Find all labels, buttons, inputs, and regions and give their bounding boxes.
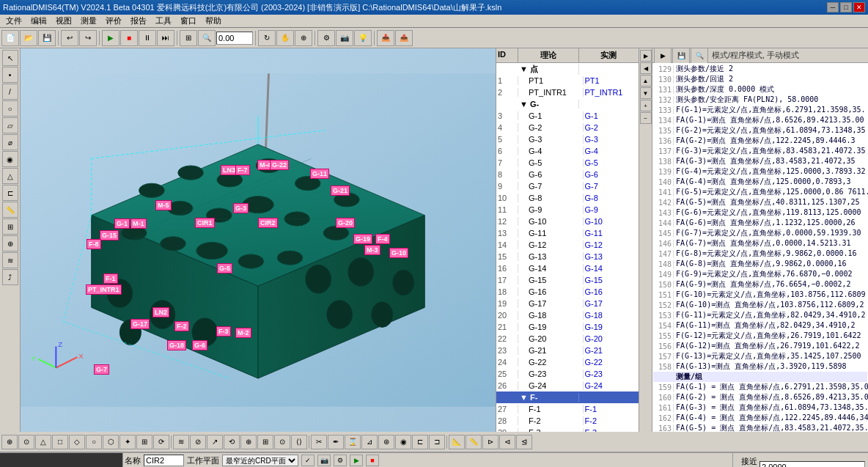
label-g21[interactable]: G-21 [331,185,350,196]
label-f7[interactable]: F-7 [235,165,250,175]
label-g7[interactable]: G-7 [94,364,109,375]
tree-item-f2[interactable]: 28 F-2 F-2 [496,415,639,427]
tb2-btn6[interactable]: ○ [86,435,102,449]
zoom-fit[interactable]: ⊞ [180,30,197,46]
tb2-btn25[interactable]: ⊏ [412,435,428,449]
tree-item-g14[interactable]: 16 G-14 G-14 [496,262,639,274]
tree-item-pt1[interactable]: 1 PT1 PT1 [496,75,639,87]
label-g22[interactable]: G-22 [270,160,289,170]
label-g1[interactable]: G-1 [114,218,130,229]
maximize-button[interactable]: □ [840,2,852,12]
undo-button[interactable]: ↩ [61,30,78,46]
tree-group-f[interactable]: ▼ F- [496,391,639,403]
label-m5[interactable]: M-5 [155,200,172,210]
tree-item-g12[interactable]: 14 G-12 G-12 [496,239,639,251]
tb2-btn24[interactable]: ◉ [395,435,411,449]
tb2-btn4[interactable]: □ [52,435,68,449]
tb2-btn2[interactable]: ⊙ [18,435,34,449]
tree-item-g11[interactable]: 13 G-11 G-11 [496,227,639,239]
tb2-btn20[interactable]: ✒ [328,435,344,449]
menu-edit[interactable]: 编辑 [26,15,51,27]
code-save[interactable]: 💾 [672,48,690,64]
pan-button[interactable]: ✋ [276,30,294,46]
tb2-btn7[interactable]: ⬡ [103,435,119,449]
tb2-btn18[interactable]: ⟨⟩ [291,435,307,449]
approach-dist-input[interactable] [760,461,865,467]
zoom-in[interactable]: 🔍 [198,30,216,46]
tb2-btn11[interactable]: ≋ [173,435,189,449]
tree-item-g23[interactable]: 25 G-23 G-23 [496,368,639,380]
tree-item-g16[interactable]: 18 G-16 G-16 [496,286,639,298]
tb2-btn29[interactable]: ⊳ [482,435,499,449]
tree-item-g22[interactable]: 24 G-22 G-22 [496,356,639,368]
tb2-btn9[interactable]: ⊞ [136,435,152,449]
tb2-btn13[interactable]: ↗ [207,435,223,449]
menu-report[interactable]: 报告 [126,15,151,27]
new-button[interactable]: 📄 [1,30,19,46]
code-search[interactable]: 🔍 [691,48,708,64]
tb2-btn22[interactable]: ⊿ [361,435,378,449]
stop-icon-btn[interactable]: ■ [366,455,379,466]
import-button[interactable]: 📥 [377,30,394,46]
save-button[interactable]: 💾 [38,30,56,46]
measure-tool[interactable]: 📏 [2,202,18,218]
circle-tool[interactable]: ○ [2,100,18,117]
open-button[interactable]: 📂 [20,30,37,46]
camera-button[interactable]: 📷 [336,30,353,46]
camera-icon-btn[interactable]: 📷 [317,455,331,466]
tree-item-g7[interactable]: 9 G-7 G-7 [496,180,639,192]
tree-item-g1[interactable]: 3 G-1 G-1 [496,110,639,122]
tree-item-g6[interactable]: 8 G-6 G-6 [496,169,639,180]
label-f8[interactable]: F-8 [87,239,101,249]
code-run[interactable]: ▶ [654,48,672,64]
rst-btn-6[interactable]: − [640,112,652,124]
tb2-btn3[interactable]: △ [35,435,51,449]
minimize-button[interactable]: ─ [827,2,839,12]
rst-btn-3[interactable]: ▲ [640,75,652,87]
tree-item-g8[interactable]: 10 G-8 G-8 [496,192,639,204]
menu-help[interactable]: 帮助 [201,15,226,27]
label-f2[interactable]: F-2 [174,321,189,331]
menu-evaluate[interactable]: 评价 [101,15,126,27]
rotate-button[interactable]: ↻ [258,30,276,46]
tb2-btn23[interactable]: ⊛ [378,435,394,449]
pause-button[interactable]: ⏸ [139,30,156,46]
tb2-btn1[interactable]: ⊕ [1,435,18,449]
tree-item-f1[interactable]: 27 F-1 F-1 [496,403,639,415]
label-g3[interactable]: G-3 [233,203,249,213]
play-icon-btn[interactable]: ▶ [350,455,363,466]
sphere-tool[interactable]: ◉ [2,151,18,167]
stop-button[interactable]: ■ [120,30,138,46]
tb2-btn10[interactable]: ⟳ [153,435,169,449]
tb2-btn8[interactable]: ✦ [119,435,136,449]
tb2-btn28[interactable]: 📏 [466,435,482,449]
label-g5[interactable]: G-5 [217,263,232,273]
label-g6[interactable]: G-6 [192,340,207,350]
construct-tool[interactable]: ⊕ [2,235,18,251]
label-cir2[interactable]: CIR2 [258,218,278,228]
alignment-tool[interactable]: ⊞ [2,218,18,235]
step-button[interactable]: ⏭ [157,30,174,46]
label-pt-intr1[interactable]: PT_INTR1 [86,284,122,295]
line-tool[interactable]: / [2,84,18,100]
menu-tools[interactable]: 工具 [151,15,176,27]
label-g10[interactable]: G-10 [389,248,408,258]
plane-tool[interactable]: ▱ [2,117,18,133]
tree-item-pt-intr1[interactable]: 2 PT_INTR1 PT_INTR1 [496,87,639,98]
code-content[interactable]: 129测头参数/接近 2 130测头参数/回退 2 131测头参数/深度 0.0… [652,63,868,432]
tree-item-g24[interactable]: 26 G-24 G-24 [496,380,639,391]
rst-btn-4[interactable]: ▼ [640,87,652,99]
tree-item-g4[interactable]: 6 G-4 G-4 [496,145,639,157]
tb2-btn17[interactable]: ⊙ [274,435,290,449]
label-f4[interactable]: F-4 [375,234,390,244]
tb2-btn27[interactable]: 📐 [449,435,465,449]
probe-button[interactable]: ⊕ [295,30,312,46]
menu-view[interactable]: 视图 [51,15,76,27]
label-g15[interactable]: G-15 [100,230,119,240]
slot-tool[interactable]: ⊏ [2,185,18,201]
tree-item-g13[interactable]: 15 G-13 G-13 [496,251,639,262]
label-f3[interactable]: F-3 [216,326,231,337]
label-g11[interactable]: G-11 [310,169,329,179]
tree-item-g17[interactable]: 19 G-17 G-17 [496,298,639,309]
settings-button[interactable]: ⚙ [317,30,335,46]
